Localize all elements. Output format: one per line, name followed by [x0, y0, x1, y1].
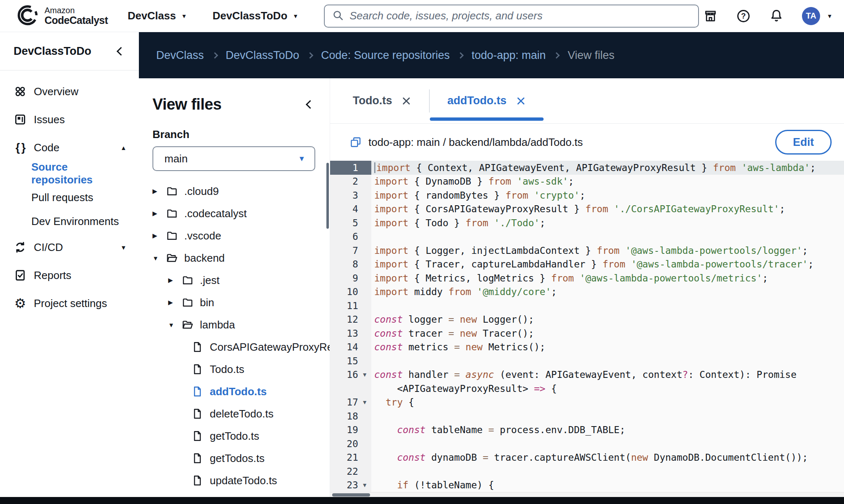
chevron-collapsed-icon[interactable]: ▶ [152, 210, 163, 217]
breadcrumb-link[interactable]: DevClassToDo [226, 49, 300, 62]
tree-folder--cloud9[interactable]: ▶.cloud9 [139, 180, 330, 202]
line-gutter: 3 [330, 188, 371, 202]
sidebar-item-project-settings[interactable]: ⚙Project settings [0, 289, 139, 317]
breadcrumb-link[interactable]: DevClass [156, 49, 204, 62]
code-line: 20 [330, 437, 844, 451]
folder-icon [181, 274, 194, 286]
tree-item-label: .jest [200, 274, 220, 287]
code-text: import { Tracer, captureLambdaHandler } … [371, 259, 814, 270]
horizontal-scrollbar-thumb[interactable] [332, 493, 370, 497]
tree-file-todo-ts[interactable]: Todo.ts [139, 358, 330, 380]
breadcrumb-link[interactable]: Code: Source repositories [321, 49, 450, 62]
line-gutter: 6 [330, 230, 371, 244]
file-tree: ▶.cloud9▶.codecatalyst▶.vscode▼backend▶.… [139, 180, 330, 504]
tree-folder--codecatalyst[interactable]: ▶.codecatalyst [139, 202, 330, 225]
user-menu[interactable]: TA ▼ [802, 7, 832, 25]
sidebar-item-label: Dev Environments [31, 215, 119, 228]
sidebar-item-dev-environments[interactable]: Dev Environments [0, 209, 139, 233]
tree-file-updatetodo-ts[interactable]: updateTodo.ts [139, 469, 330, 492]
tab-todo-ts[interactable]: Todo.ts [353, 78, 429, 123]
tree-item-label: updateTodo.ts [210, 474, 277, 487]
tab-close-icon[interactable] [516, 96, 526, 106]
code-line: 18 [330, 409, 844, 423]
issues-icon [14, 113, 27, 126]
line-number: 19 [330, 424, 358, 435]
tree-file-gettodos-ts[interactable]: getTodos.ts [139, 447, 330, 469]
line-gutter: 21 [330, 451, 371, 465]
line-number: 8 [330, 259, 358, 270]
fold-toggle-icon[interactable]: ▼ [358, 482, 371, 488]
sidebar-collapse-icon[interactable] [117, 47, 125, 55]
sidebar-item-issues[interactable]: Issues [0, 105, 139, 134]
folder-icon [181, 296, 194, 309]
sidebar-item-pull-requests[interactable]: Pull requests [0, 185, 139, 209]
space-menu[interactable]: DevClass ▼ [128, 9, 187, 22]
top-icons: ? TA ▼ [703, 7, 832, 25]
line-gutter: 16▼ [330, 368, 371, 382]
sidebar-item-label: Project settings [34, 297, 107, 310]
code-line: 5import { Todo } from './Todo'; [330, 216, 844, 230]
code-lines: 1import { Context, APIGatewayEvent, APIG… [330, 161, 844, 492]
line-number: 15 [330, 356, 358, 366]
avatar[interactable]: TA [802, 7, 820, 25]
line-number: 3 [330, 190, 358, 201]
chevron-collapsed-icon[interactable]: ▶ [168, 277, 179, 284]
tree-file-gettodo-ts[interactable]: getTodo.ts [139, 425, 330, 447]
edit-button[interactable]: Edit [775, 130, 832, 155]
breadcrumb-link[interactable]: todo-app: main [471, 49, 546, 62]
tree-folder-backend[interactable]: ▼backend [139, 247, 330, 269]
sidebar-item-reports[interactable]: Reports [0, 261, 139, 289]
logo-line1: Amazon [45, 6, 108, 15]
line-gutter: 11 [330, 299, 371, 313]
fold-toggle-icon[interactable]: ▼ [358, 399, 371, 406]
sidebar-item-code[interactable]: { }Code▲ [0, 134, 139, 162]
tree-item-label: deleteTodo.ts [210, 408, 274, 420]
line-number: 23 [330, 480, 358, 490]
tree-folder--vscode[interactable]: ▶.vscode [139, 225, 330, 247]
line-number: 10 [330, 286, 358, 297]
copy-icon[interactable] [350, 136, 361, 148]
tree-folder-bin[interactable]: ▶bin [139, 291, 330, 314]
tree-file-addtodo-ts[interactable]: addTodo.ts [139, 380, 330, 403]
folder-open-icon [181, 319, 194, 331]
code-viewer[interactable]: 1import { Context, APIGatewayEvent, APIG… [330, 161, 844, 504]
marketplace-icon[interactable] [703, 9, 718, 23]
project-menu[interactable]: DevClassToDo ▼ [213, 9, 298, 22]
notifications-bell-icon[interactable] [769, 9, 784, 23]
file-path-bar: todo-app: main / backend/lambda/addTodo.… [330, 124, 844, 161]
sidebar-item-ci-cd[interactable]: CI/CD▼ [0, 233, 139, 261]
sidebar-nav: OverviewIssues{ }Code▲Source repositorie… [0, 70, 139, 317]
codecatalyst-logo[interactable]: Amazon CodeCatalyst [16, 4, 108, 28]
tree-item-label: .cloud9 [184, 185, 219, 198]
chevron-collapsed-icon[interactable]: ▶ [152, 232, 163, 239]
tree-folder-lambda[interactable]: ▼lambda [139, 314, 330, 336]
line-gutter: 19 [330, 423, 371, 437]
tab-addtodo-ts[interactable]: addTodo.ts [430, 78, 543, 123]
horizontal-scrollbar[interactable] [330, 492, 844, 497]
sidebar-item-source-repositories[interactable]: Source repositories [0, 162, 139, 185]
line-number: 6 [330, 231, 358, 242]
tab-close-icon[interactable] [401, 96, 412, 106]
chevron-expanded-icon[interactable]: ▼ [152, 255, 163, 262]
branch-select[interactable]: main ▼ [152, 146, 315, 171]
tree-item-label: .vscode [184, 230, 221, 242]
line-gutter: 10 [330, 285, 371, 299]
search-icon [332, 9, 344, 23]
tree-file-deletetodo-ts[interactable]: deleteTodo.ts [139, 403, 330, 425]
tree-folder--jest[interactable]: ▶.jest [139, 269, 330, 291]
line-gutter: 12 [330, 313, 371, 327]
chevron-collapsed-icon[interactable]: ▶ [152, 188, 163, 195]
global-search [324, 5, 699, 28]
line-gutter: 2 [330, 175, 371, 189]
tree-scrollbar-thumb[interactable] [326, 163, 329, 229]
fold-toggle-icon[interactable]: ▼ [358, 371, 371, 378]
chevron-expanded-icon[interactable]: ▼ [168, 321, 179, 328]
tree-file-corsapigatewayproxyresult-ts[interactable]: CorsAPIGatewayProxyResult.ts [139, 336, 330, 358]
chevron-down-icon: ▼ [298, 155, 305, 162]
search-input[interactable] [349, 9, 691, 22]
panel-collapse-icon[interactable] [306, 100, 314, 109]
sidebar-item-label: Pull requests [31, 191, 93, 204]
chevron-collapsed-icon[interactable]: ▶ [168, 299, 179, 306]
sidebar-item-overview[interactable]: Overview [0, 77, 139, 105]
help-icon[interactable]: ? [736, 9, 751, 23]
